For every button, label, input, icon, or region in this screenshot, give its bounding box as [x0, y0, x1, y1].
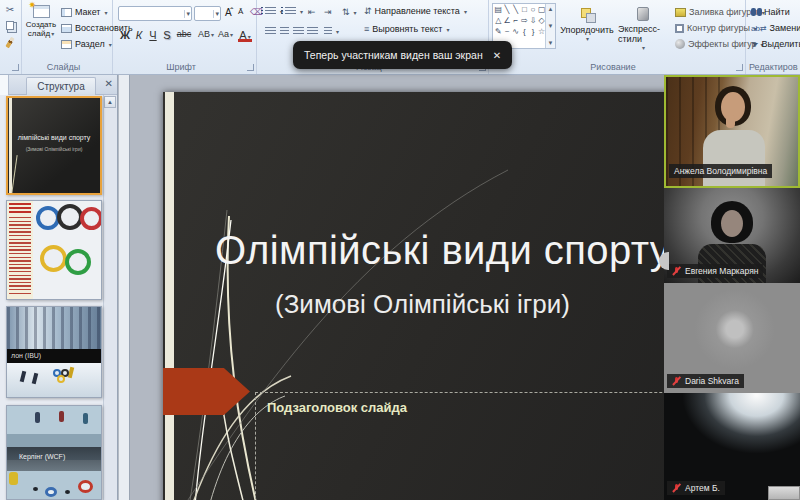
participant2-name-label: Евгения Маркарян — [667, 264, 763, 278]
thumb3-caption: лон (IBU) — [7, 349, 101, 363]
strikethrough-button[interactable]: abc — [174, 29, 194, 39]
font-name-combobox[interactable] — [118, 6, 192, 21]
thumb4-house-blue — [45, 487, 57, 497]
section-button[interactable]: Раздел — [59, 38, 114, 50]
find-button[interactable]: Найти — [749, 6, 792, 18]
video-call-panel: Анжела Володимирівна Евгения Маркарян Da… — [664, 75, 800, 500]
shape-curve-icon[interactable] — [503, 26, 512, 37]
slide-accent-arrow-shape[interactable] — [163, 368, 250, 415]
font-group-label: Шрифт — [114, 62, 248, 72]
shape-arrow-right-icon[interactable] — [520, 15, 529, 26]
italic-button[interactable]: К — [132, 29, 146, 41]
shape-arrow-line-icon[interactable] — [511, 4, 520, 15]
copy-icon[interactable] — [3, 19, 17, 32]
shape-line-icon[interactable] — [503, 4, 512, 15]
character-spacing-button[interactable]: АВ — [198, 29, 212, 39]
change-case-button[interactable]: Аа — [218, 29, 232, 39]
arrange-button[interactable]: Упорядочить — [560, 6, 614, 44]
decrease-indent-button[interactable] — [306, 6, 318, 18]
participant-video-1[interactable]: Анжела Володимирівна — [664, 75, 800, 188]
align-text-button[interactable]: Выровнять текст — [362, 23, 451, 35]
shape-connector-icon[interactable] — [511, 15, 520, 26]
participant3-name-label: Daria Shkvara — [667, 374, 744, 388]
shapes-gallery-scrollbar[interactable]: ▲▼▼ — [545, 4, 555, 48]
new-slide-button[interactable]: Создать слайд — [25, 2, 57, 58]
participant-video-3[interactable]: Daria Shkvara — [664, 283, 800, 393]
participant-video-2[interactable]: Евгения Маркарян — [664, 188, 800, 283]
slide-thumbnail-4[interactable]: Керлінг (WCF) — [6, 405, 102, 500]
slides-pane-tabs: Структура ✕ — [0, 75, 117, 95]
editing-group-label: Редактирование — [746, 62, 798, 72]
align-center-button[interactable] — [277, 26, 292, 37]
shrink-font-button[interactable] — [236, 6, 245, 17]
slide-thumbnail-1[interactable]: лімпійські види спорту (Зимові Олімпійсь… — [6, 96, 102, 195]
subtitle-placeholder-text: Подзаголовок слайда — [267, 400, 407, 415]
font-size-combobox[interactable] — [194, 6, 221, 21]
participant1-name-label: Анжела Володимирівна — [669, 164, 772, 178]
columns-button[interactable] — [322, 26, 341, 37]
layout-button[interactable]: Макет — [59, 6, 110, 18]
select-button[interactable]: Выделить — [749, 38, 800, 50]
shape-brace-left-icon[interactable] — [520, 26, 529, 37]
thumb4-player2 — [59, 411, 64, 422]
participant-video-4[interactable]: Артем Б. — [664, 393, 800, 500]
slide-thumbnail-2[interactable] — [6, 200, 102, 300]
muted-mic-icon — [672, 376, 681, 386]
participant4-name-label: Артем Б. — [667, 481, 725, 495]
slide-title-text[interactable]: Олімпійські види спорту — [215, 228, 670, 273]
pane-splitter[interactable] — [119, 75, 130, 500]
align-right-button[interactable] — [291, 26, 306, 37]
notification-close-icon[interactable]: ✕ — [493, 50, 501, 61]
shape-triangle-icon[interactable] — [494, 15, 503, 26]
replace-button[interactable]: Заменить — [749, 22, 800, 34]
shape-arrow-down-icon[interactable] — [529, 15, 538, 26]
cut-icon[interactable] — [3, 3, 17, 16]
justify-button[interactable] — [305, 26, 320, 37]
shape-elbow-icon[interactable] — [503, 15, 512, 26]
increase-indent-button[interactable] — [322, 6, 334, 18]
clipboard-dialog-launcher[interactable] — [12, 64, 19, 71]
grow-font-button[interactable] — [223, 6, 234, 19]
select-icon — [750, 38, 760, 50]
thumbnails-scroll-up-icon[interactable]: ▲ — [104, 96, 116, 108]
tab-slides[interactable] — [0, 75, 9, 95]
font-color-button[interactable]: А — [238, 29, 252, 42]
slide-subtitle-text[interactable]: (Зимові Олімпійські ігри) — [275, 289, 570, 320]
drawing-group-label: Рисование — [489, 62, 737, 72]
shape-brace-right-icon[interactable] — [529, 26, 538, 37]
text-direction-button[interactable]: Направление текста — [362, 5, 469, 17]
slide-thumbnail-3[interactable]: лон (IBU) — [6, 306, 102, 398]
thumbnails-scrollbar[interactable] — [103, 95, 117, 500]
participant1-hand — [726, 115, 735, 128]
arrange-icon — [581, 8, 594, 21]
shape-rectangle-icon[interactable] — [520, 4, 529, 15]
thumb3-ring-yellow — [57, 375, 65, 383]
drawing-dialog-launcher[interactable] — [736, 64, 743, 71]
text-shadow-button[interactable]: S — [160, 29, 174, 41]
ribbon-group-clipboard — [0, 0, 22, 74]
numbering-button[interactable] — [283, 6, 305, 17]
quick-styles-button[interactable]: Экспресс-стили — [615, 5, 671, 53]
slides-group-label: Слайды — [23, 62, 104, 72]
line-spacing-button[interactable] — [340, 6, 359, 18]
thumb4-caption: Керлінг (WCF) — [19, 453, 65, 460]
replace-icon — [751, 24, 767, 33]
slides-pane-close-icon[interactable]: ✕ — [105, 78, 113, 89]
format-painter-icon[interactable] — [3, 36, 17, 49]
muted-mic-icon — [672, 483, 681, 493]
screen-share-notification: Теперь участникам виден ваш экран ✕ — [293, 41, 512, 69]
thumb4-yellow-figure — [9, 472, 18, 485]
shape-freeform-icon[interactable] — [494, 26, 503, 37]
thumb4-stone2 — [65, 490, 70, 494]
shape-scribble-icon[interactable] — [511, 26, 520, 37]
tab-outline[interactable]: Структура — [26, 77, 96, 95]
font-dialog-launcher[interactable] — [247, 64, 254, 71]
shape-textbox-icon[interactable] — [494, 4, 503, 15]
thumb1-title: лімпійські види спорту — [8, 134, 100, 141]
underline-button[interactable]: Ч — [146, 29, 160, 41]
muted-mic-icon — [672, 266, 681, 276]
new-slide-label: Создать слайд — [25, 20, 57, 38]
shape-ellipse-icon[interactable] — [529, 4, 538, 15]
align-left-button[interactable] — [263, 26, 278, 37]
bold-button[interactable]: Ж — [118, 29, 132, 41]
